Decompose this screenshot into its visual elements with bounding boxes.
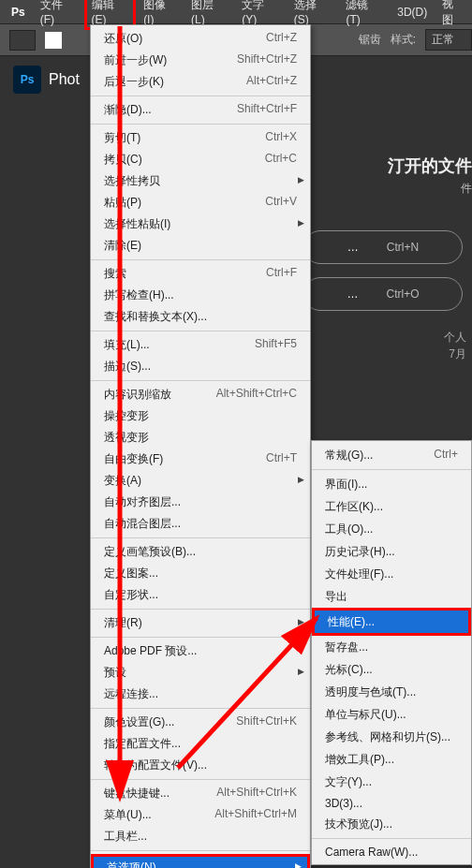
menu-item[interactable]: 预设 <box>91 662 310 684</box>
submenu-item[interactable]: 参考线、网格和切片(S)... <box>312 726 471 748</box>
menu-item[interactable]: 工具栏... <box>91 826 310 847</box>
submenu-item[interactable]: 文件处理(F)... <box>312 563 471 585</box>
menu-item-label: 选择性粘贴(I) <box>104 216 170 232</box>
submenu-item[interactable]: 文字(Y)... <box>312 771 471 793</box>
swatch-white[interactable] <box>45 32 62 49</box>
submenu-item[interactable]: 历史记录(H)... <box>312 540 471 563</box>
menu-item[interactable]: 还原(O)Ctrl+Z <box>91 28 310 50</box>
menu-item[interactable]: 首选项(N) <box>94 857 307 868</box>
menu-item-label: 变换(A) <box>104 473 141 489</box>
menu-item[interactable]: 远程连接... <box>91 684 310 705</box>
menu-item[interactable]: 剪切(T)Ctrl+X <box>91 127 310 149</box>
menu-item[interactable]: 自由变换(F)Ctrl+T <box>91 449 310 470</box>
menu-item[interactable]: 前进一步(W)Shift+Ctrl+Z <box>91 50 310 71</box>
open-doc-button[interactable]: …Ctrl+O <box>303 277 463 311</box>
submenu-item-label: 暂存盘... <box>325 640 368 655</box>
menu-item-shortcut: Ctrl+V <box>265 195 297 211</box>
preferences-submenu: 常规(G)...Ctrl+界面(I)...工作区(K)...工具(O)...历史… <box>311 440 472 865</box>
submenu-item-label: 参考线、网格和切片(S)... <box>325 729 450 745</box>
menu-item[interactable]: 菜单(U)...Alt+Shift+Ctrl+M <box>91 804 310 826</box>
menu-item[interactable]: 键盘快捷键...Alt+Shift+Ctrl+K <box>91 783 310 804</box>
menu-item[interactable]: 自动对齐图层... <box>91 492 310 513</box>
submenu-item[interactable]: 增效工具(P)... <box>312 748 471 771</box>
style-label: 样式: <box>391 32 416 48</box>
submenu-item[interactable]: 性能(E)... <box>315 611 468 633</box>
submenu-item-label: 透明度与色域(T)... <box>325 684 416 700</box>
recent-heading: 汀开的文件 <box>388 154 472 177</box>
menu-item-shortcut: Shift+Ctrl+K <box>236 714 297 730</box>
menu-item[interactable]: 选择性拷贝 <box>91 170 310 192</box>
menu-item[interactable]: 清理(R) <box>91 612 310 634</box>
submenu-item[interactable]: 技术预览(J)... <box>312 813 471 835</box>
new-doc-button[interactable]: …Ctrl+N <box>303 230 463 264</box>
submenu-item-label: 3D(3)... <box>325 797 362 810</box>
submenu-item[interactable]: 3D(3)... <box>312 793 471 813</box>
submenu-item[interactable]: 光标(C)... <box>312 658 471 681</box>
menu-item-label: 自动对齐图层... <box>104 494 181 510</box>
menu-item-shortcut: Alt+Ctrl+Z <box>246 74 297 90</box>
menu-item-label: 剪切(T) <box>104 130 140 146</box>
submenu-item-label: 界面(I)... <box>325 477 367 493</box>
menu-item[interactable]: 操控变形 <box>91 405 310 427</box>
submenu-item[interactable]: 导出 <box>312 585 471 608</box>
menu-item-label: 首选项(N) <box>107 860 156 868</box>
menu-item-label: 自由变换(F) <box>104 451 163 467</box>
menu-item[interactable]: 查找和替换文本(X)... <box>91 306 310 328</box>
submenu-item[interactable]: 常规(G)...Ctrl+ <box>312 444 471 466</box>
menu-item[interactable]: 颜色设置(G)...Shift+Ctrl+K <box>91 712 310 733</box>
menu-item-label: Adobe PDF 预设... <box>104 643 197 659</box>
menu-item-label: 查找和替换文本(X)... <box>104 309 207 325</box>
menubar-file[interactable]: 文件(F) <box>33 0 84 30</box>
menu-item-shortcut: Alt+Shift+Ctrl+K <box>216 786 297 802</box>
menu-item[interactable]: 内容识别缩放Alt+Shift+Ctrl+C <box>91 384 310 405</box>
menu-item-shortcut: Shift+Ctrl+Z <box>237 52 297 68</box>
menu-item[interactable]: Adobe PDF 预设... <box>91 640 310 662</box>
menu-item[interactable]: 后退一步(K)Alt+Ctrl+Z <box>91 71 310 93</box>
submenu-item[interactable]: 工具(O)... <box>312 518 471 540</box>
menu-item-shortcut: Ctrl+T <box>266 451 297 467</box>
menu-item[interactable]: 转换为配置文件(V)... <box>91 755 310 776</box>
menu-item[interactable]: 定义画笔预设(B)... <box>91 541 310 563</box>
menu-item[interactable]: 选择性粘贴(I) <box>91 213 310 235</box>
menu-item-label: 拼写检查(H)... <box>104 287 174 303</box>
submenu-item[interactable]: 单位与标尺(U)... <box>312 703 471 726</box>
menu-item[interactable]: 清除(E) <box>91 235 310 257</box>
menu-item[interactable]: 指定配置文件... <box>91 733 310 755</box>
marquee-tool-icon[interactable] <box>9 30 36 51</box>
submenu-item-label: 增效工具(P)... <box>325 752 394 768</box>
menubar-view[interactable]: 视图 <box>435 0 472 32</box>
submenu-item[interactable]: 界面(I)... <box>312 473 471 495</box>
info-text-2: 7月 <box>449 346 466 362</box>
style-select[interactable]: 正常 <box>425 29 472 51</box>
menu-item[interactable]: 渐隐(D)...Shift+Ctrl+F <box>91 99 310 121</box>
menu-item-label: 颜色设置(G)... <box>104 714 174 730</box>
submenu-item-label: 历史记录(H)... <box>325 544 395 560</box>
menu-item[interactable]: 变换(A) <box>91 470 310 492</box>
menu-item[interactable]: 粘贴(P)Ctrl+V <box>91 192 310 213</box>
menu-item-label: 前进一步(W) <box>104 52 167 68</box>
menu-item[interactable]: 描边(S)... <box>91 356 310 377</box>
menu-item[interactable]: 搜索Ctrl+F <box>91 263 310 285</box>
menu-item[interactable]: 拷贝(C)Ctrl+C <box>91 149 310 170</box>
submenu-item[interactable]: Camera Raw(W)... <box>312 842 471 861</box>
menu-item[interactable]: 透视变形 <box>91 427 310 449</box>
menu-item-label: 透视变形 <box>104 430 149 446</box>
menubar-filter[interactable]: 滤镜(T) <box>338 0 390 30</box>
submenu-item-label: 性能(E)... <box>328 614 375 630</box>
edit-menu: 还原(O)Ctrl+Z前进一步(W)Shift+Ctrl+Z后退一步(K)Alt… <box>90 24 311 868</box>
menu-item-label: 后退一步(K) <box>104 74 164 90</box>
app-name: Phot <box>49 71 80 88</box>
submenu-item[interactable]: 暂存盘... <box>312 636 471 658</box>
menu-item[interactable]: 定义图案... <box>91 563 310 584</box>
menu-item-shortcut: Shift+F5 <box>255 337 297 353</box>
menubar-3d[interactable]: 3D(D) <box>390 2 435 22</box>
menu-item[interactable]: 自定形状... <box>91 584 310 606</box>
menu-item-label: 自定形状... <box>104 587 158 603</box>
menu-item[interactable]: 自动混合图层... <box>91 513 310 535</box>
submenu-item[interactable]: 工作区(K)... <box>312 495 471 518</box>
submenu-item-label: 导出 <box>325 589 347 605</box>
menu-item[interactable]: 填充(L)...Shift+F5 <box>91 334 310 356</box>
submenu-item[interactable]: 透明度与色域(T)... <box>312 681 471 703</box>
menu-item[interactable]: 拼写检查(H)... <box>91 285 310 306</box>
menu-item-label: 指定配置文件... <box>104 736 181 752</box>
